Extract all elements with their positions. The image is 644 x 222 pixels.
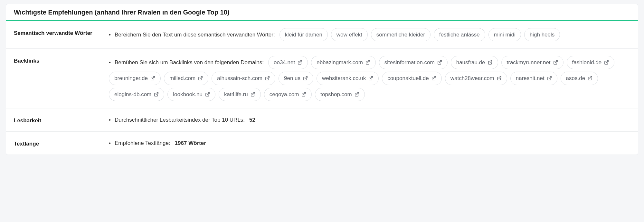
svg-line-6 bbox=[152, 76, 155, 79]
backlink-domain-label: topshop.com bbox=[320, 90, 352, 99]
svg-line-12 bbox=[499, 76, 501, 79]
backlink-domain-label: oo34.net bbox=[274, 58, 295, 67]
semantic-tag[interactable]: wow effekt bbox=[331, 28, 368, 41]
backlink-domain-label: milled.com bbox=[169, 74, 195, 83]
backlink-domain[interactable]: couponaktuell.de bbox=[382, 72, 442, 85]
row-content-readability: • Durchschnittlicher Lesbarkeitsindex de… bbox=[109, 116, 630, 124]
readability-value: 52 bbox=[249, 116, 255, 124]
readability-intro: Durchschnittlicher Lesbarkeitsindex der … bbox=[115, 116, 245, 124]
external-link-icon bbox=[150, 76, 155, 81]
external-link-icon bbox=[588, 76, 592, 81]
backlink-domain[interactable]: breuninger.de bbox=[109, 72, 161, 85]
backlink-domain[interactable]: watch28wear.com bbox=[445, 72, 507, 85]
svg-line-4 bbox=[555, 61, 557, 63]
bullet: • bbox=[109, 139, 111, 147]
backlink-domain[interactable]: kat4life.ru bbox=[219, 88, 261, 101]
semantic-intro: Bereichern Sie den Text um diese semanti… bbox=[115, 30, 275, 39]
backlink-domain[interactable]: hausfrau.de bbox=[451, 56, 498, 69]
svg-line-10 bbox=[370, 76, 373, 79]
backlink-domain[interactable]: ebbazingmark.com bbox=[311, 56, 376, 69]
backlink-domain[interactable]: fashionid.de bbox=[567, 56, 615, 69]
backlink-domain[interactable]: websiterank.co.uk bbox=[317, 72, 379, 85]
external-link-icon bbox=[547, 76, 552, 81]
backlink-domain[interactable]: topshop.com bbox=[315, 88, 365, 101]
semantic-tag[interactable]: festliche anlässe bbox=[434, 28, 485, 41]
svg-line-19 bbox=[356, 93, 359, 95]
backlink-domain-label: alhussain-sch.com bbox=[217, 74, 262, 83]
backlink-domain-label: sitesinformation.com bbox=[384, 58, 435, 67]
svg-line-8 bbox=[267, 76, 269, 79]
backlink-domain-label: watch28wear.com bbox=[450, 74, 494, 83]
backlink-domain-label: couponaktuell.de bbox=[387, 74, 429, 83]
semantic-list-item: • Bereichern Sie den Text um diese seman… bbox=[109, 28, 630, 41]
external-link-icon bbox=[553, 60, 558, 65]
backlink-domain[interactable]: oo34.net bbox=[268, 56, 308, 69]
svg-line-18 bbox=[304, 93, 306, 95]
svg-line-13 bbox=[549, 76, 551, 79]
svg-line-14 bbox=[590, 76, 592, 79]
semantic-tag[interactable]: sommerliche kleider bbox=[371, 28, 431, 41]
external-link-icon bbox=[431, 76, 436, 81]
row-label-readability: Lesbarkeit bbox=[14, 116, 109, 124]
semantic-tag[interactable]: mini midi bbox=[488, 28, 521, 41]
backlinks-intro: Bemühen Sie sich um Backlinks von den fo… bbox=[115, 58, 264, 67]
backlink-domain[interactable]: milled.com bbox=[164, 72, 208, 85]
row-label-textlength: Textlänge bbox=[14, 139, 109, 147]
backlink-domain[interactable]: nareshit.net bbox=[510, 72, 557, 85]
row-readability: Lesbarkeit • Durchschnittlicher Lesbarke… bbox=[6, 108, 638, 132]
backlink-domain-label: trackmyrunner.net bbox=[507, 58, 551, 67]
card-title: Wichtigste Empfehlungen (anhand Ihrer Ri… bbox=[14, 9, 630, 16]
external-link-icon bbox=[368, 76, 373, 81]
backlink-domain[interactable]: sitesinformation.com bbox=[379, 56, 448, 69]
external-link-icon bbox=[198, 76, 203, 81]
backlink-domain-label: nareshit.net bbox=[516, 74, 545, 83]
external-link-icon bbox=[488, 60, 493, 65]
backlinks-list-item: • Bemühen Sie sich um Backlinks von den … bbox=[109, 56, 630, 101]
row-content-backlinks: • Bemühen Sie sich um Backlinks von den … bbox=[109, 56, 630, 101]
backlink-domain[interactable]: lookbook.nu bbox=[167, 88, 215, 101]
backlink-domain-label: elogins-db.com bbox=[114, 90, 151, 99]
semantic-tag[interactable]: high heels bbox=[524, 28, 560, 41]
backlink-domain[interactable]: alhussain-sch.com bbox=[212, 72, 275, 85]
row-content-semantic: • Bereichern Sie den Text um diese seman… bbox=[109, 28, 630, 41]
recommendations-card: Wichtigste Empfehlungen (anhand Ihrer Ri… bbox=[6, 4, 638, 155]
external-link-icon bbox=[604, 60, 609, 65]
backlink-domain[interactable]: 9en.us bbox=[279, 72, 313, 85]
row-content-textlength: • Empfohlene Textlänge: 1967 Wörter bbox=[109, 139, 630, 147]
backlink-domain-label: breuninger.de bbox=[114, 74, 148, 83]
backlink-domain-label: hausfrau.de bbox=[456, 58, 485, 67]
external-link-icon bbox=[497, 76, 502, 81]
readability-list-item: • Durchschnittlicher Lesbarkeitsindex de… bbox=[109, 116, 630, 124]
backlink-domain[interactable]: asos.de bbox=[561, 72, 598, 85]
textlength-list-item: • Empfohlene Textlänge: 1967 Wörter bbox=[109, 139, 630, 147]
svg-line-16 bbox=[207, 93, 209, 95]
row-textlength: Textlänge • Empfohlene Textlänge: 1967 W… bbox=[6, 132, 638, 155]
external-link-icon bbox=[365, 60, 370, 65]
backlink-domain-label: ceqoya.com bbox=[270, 90, 299, 99]
svg-line-9 bbox=[305, 76, 307, 79]
external-link-icon bbox=[265, 76, 270, 81]
external-link-icon bbox=[355, 92, 359, 97]
external-link-icon bbox=[303, 76, 308, 81]
row-label-backlinks: Backlinks bbox=[14, 56, 109, 64]
row-backlinks: Backlinks • Bemühen Sie sich um Backlink… bbox=[6, 49, 638, 108]
svg-line-15 bbox=[156, 93, 158, 95]
svg-line-0 bbox=[299, 61, 302, 63]
external-link-icon bbox=[437, 60, 442, 65]
card-header: Wichtigste Empfehlungen (anhand Ihrer Ri… bbox=[6, 4, 638, 21]
backlink-domain[interactable]: trackmyrunner.net bbox=[501, 56, 564, 69]
external-link-icon bbox=[154, 92, 159, 97]
backlink-domain[interactable]: elogins-db.com bbox=[109, 88, 164, 101]
backlink-domain[interactable]: ceqoya.com bbox=[264, 88, 312, 101]
semantic-tag[interactable]: kleid für damen bbox=[279, 28, 328, 41]
svg-line-11 bbox=[433, 76, 436, 79]
bullet: • bbox=[109, 30, 111, 39]
backlink-domain-label: ebbazingmark.com bbox=[317, 58, 363, 67]
bullet: • bbox=[109, 58, 111, 67]
backlink-domain-label: kat4life.ru bbox=[224, 90, 248, 99]
textlength-intro: Empfohlene Textlänge: bbox=[115, 139, 170, 147]
textlength-value: 1967 Wörter bbox=[175, 139, 206, 147]
external-link-icon bbox=[251, 92, 255, 97]
external-link-icon bbox=[298, 60, 302, 65]
svg-line-5 bbox=[606, 61, 609, 63]
